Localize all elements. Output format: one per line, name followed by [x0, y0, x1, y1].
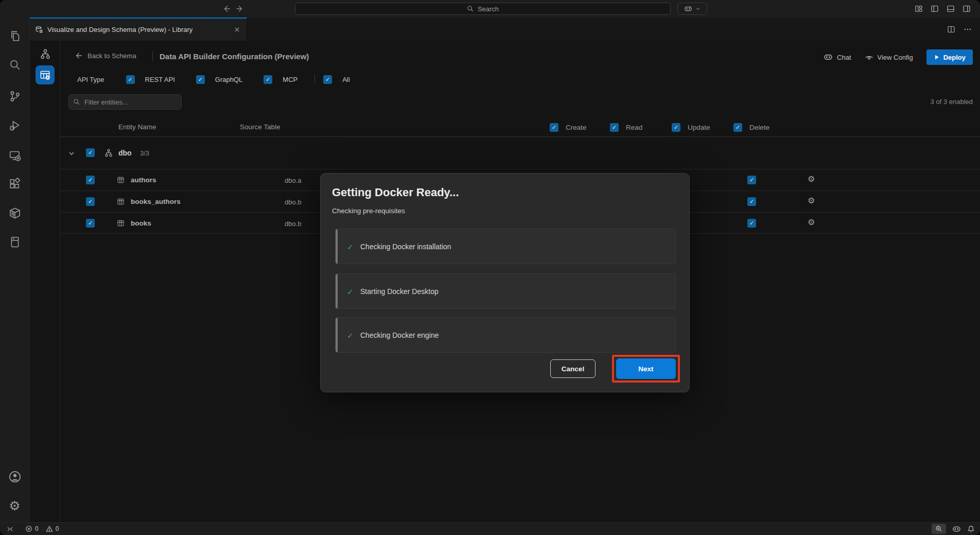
table-grid-icon: [117, 198, 125, 205]
remote-explorer-icon[interactable]: [9, 149, 21, 162]
step-label: Starting Docker Desktop: [360, 287, 439, 296]
tab-close-icon[interactable]: [234, 26, 240, 33]
view-config-button[interactable]: View Config: [865, 53, 913, 62]
cancel-button[interactable]: Cancel: [550, 359, 596, 378]
deploy-button[interactable]: Deploy: [926, 49, 973, 65]
problems-indicator[interactable]: 0 0: [25, 525, 59, 532]
activity-bar: ⚙: [0, 18, 30, 522]
col-delete: Delete: [749, 124, 769, 131]
row-settings-gear-icon[interactable]: ⚙: [808, 218, 815, 227]
step-docker-engine: ✓ Checking Docker engine: [335, 317, 676, 353]
row-delete-checkbox[interactable]: [747, 197, 756, 206]
view-config-label: View Config: [878, 54, 913, 61]
copilot-icon: [684, 5, 692, 13]
error-icon: [25, 525, 32, 532]
dab-config-tab-icon[interactable]: [36, 65, 55, 84]
table-header: Entity Name Source Table Create Read Upd…: [60, 118, 980, 137]
vscode-window: Search: [0, 0, 980, 535]
update-all-checkbox[interactable]: [672, 123, 680, 132]
extensions-icon[interactable]: [9, 178, 21, 190]
chat-label: Chat: [837, 54, 851, 61]
step-accent-bar: [336, 318, 338, 352]
step-docker-desktop: ✓ Starting Docker Desktop: [335, 273, 676, 309]
tab-visualize-design-schema[interactable]: Visualize and Design Schema (Preview) - …: [30, 18, 247, 41]
read-all-checkbox[interactable]: [610, 123, 619, 132]
row-checkbox[interactable]: [86, 197, 95, 206]
rest-api-checkbox[interactable]: [126, 75, 135, 84]
entity-source: dbo.b: [285, 220, 302, 228]
schema-group-row: dbo 3/3: [60, 137, 980, 169]
table-grid-icon: [117, 219, 125, 227]
row-delete-checkbox[interactable]: [747, 176, 756, 184]
row-checkbox[interactable]: [86, 219, 95, 228]
title-bar: Search: [0, 0, 980, 18]
remote-indicator-icon[interactable]: [6, 525, 14, 533]
api-type-label: API Type: [77, 76, 104, 83]
row-settings-gear-icon[interactable]: ⚙: [808, 175, 815, 183]
nav-forward-icon[interactable]: [236, 5, 244, 13]
editor-more-actions-icon[interactable]: [964, 25, 972, 33]
play-icon: [934, 54, 940, 60]
editor-tab-bar: Visualize and Design Schema (Preview) - …: [30, 18, 980, 41]
delete-all-checkbox[interactable]: [733, 123, 742, 132]
customize-layout-icon[interactable]: [915, 5, 923, 13]
row-settings-gear-icon[interactable]: ⚙: [808, 197, 815, 205]
next-label: Next: [638, 365, 653, 373]
split-editor-icon[interactable]: [947, 25, 955, 33]
settings-gear-icon[interactable]: ⚙: [9, 499, 20, 512]
schema-visualize-icon[interactable]: [40, 48, 51, 60]
page-title: Data API Builder Configuration (Preview): [160, 52, 309, 61]
col-source-table: Source Table: [240, 123, 281, 131]
group-count: 3/3: [140, 149, 149, 157]
col-update: Update: [688, 124, 710, 131]
col-read: Read: [626, 124, 642, 131]
database-designer-icon: [35, 26, 43, 34]
enabled-count: 3 of 3 enabled: [931, 98, 973, 106]
graphql-label: GraphQL: [215, 76, 242, 83]
command-center-search[interactable]: Search: [295, 3, 671, 15]
chat-button[interactable]: Chat: [824, 53, 851, 62]
row-checkbox[interactable]: [86, 176, 95, 184]
zoom-in-status-icon[interactable]: [932, 524, 946, 534]
search-placeholder: Search: [478, 5, 499, 13]
back-to-schema-label: Back to Schema: [87, 52, 136, 60]
toggle-primary-sidebar-icon[interactable]: [931, 5, 939, 13]
table-grid-icon: [117, 176, 125, 184]
explorer-icon[interactable]: [9, 30, 21, 42]
account-icon[interactable]: [8, 470, 22, 484]
copilot-status-icon[interactable]: [952, 525, 961, 533]
group-expand-chevron-icon[interactable]: [68, 150, 75, 157]
chevron-down-icon: [695, 6, 701, 11]
all-apis-checkbox[interactable]: [323, 75, 332, 84]
filter-entities-input[interactable]: [68, 94, 182, 110]
group-name: dbo: [118, 149, 132, 157]
run-debug-icon[interactable]: [9, 119, 21, 132]
sql-database-icon[interactable]: [9, 236, 21, 248]
header-divider: [152, 51, 153, 62]
toggle-secondary-sidebar-icon[interactable]: [962, 5, 971, 13]
mcp-label: MCP: [283, 76, 297, 83]
check-icon: ✓: [347, 331, 354, 340]
next-button[interactable]: Next: [616, 358, 676, 379]
all-apis-label: All: [342, 76, 349, 83]
create-all-checkbox[interactable]: [550, 123, 558, 132]
warning-count: 0: [56, 525, 59, 532]
container-tools-icon[interactable]: [9, 207, 21, 219]
tab-label: Visualize and Design Schema (Preview) - …: [47, 26, 192, 33]
schema-icon: [104, 148, 113, 158]
mcp-checkbox[interactable]: [264, 75, 272, 84]
toggle-panel-icon[interactable]: [947, 5, 955, 13]
copilot-chat-menu-button[interactable]: [677, 3, 707, 15]
search-sidebar-icon[interactable]: [9, 59, 21, 71]
api-type-filter-row: API Type REST API GraphQL MCP All: [60, 71, 371, 88]
row-delete-checkbox[interactable]: [747, 219, 756, 228]
back-to-schema-link[interactable]: Back to Schema: [75, 51, 136, 60]
docker-ready-dialog: Getting Docker Ready... Checking pre-req…: [320, 173, 690, 392]
notifications-bell-icon[interactable]: [967, 525, 975, 533]
search-icon: [467, 5, 474, 12]
entity-source: dbo.a: [285, 177, 302, 184]
graphql-checkbox[interactable]: [196, 75, 205, 84]
nav-back-icon[interactable]: [222, 5, 231, 13]
group-checkbox[interactable]: [86, 148, 95, 157]
source-control-icon[interactable]: [9, 90, 21, 102]
